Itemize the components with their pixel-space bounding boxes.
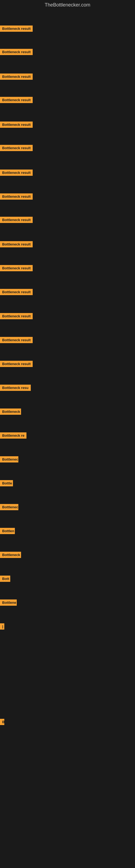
bottleneck-result-item: Bottlenec: [0, 504, 18, 511]
bottleneck-badge: |: [0, 623, 4, 629]
bottleneck-result-item: Bottleneck result: [0, 26, 33, 33]
bottleneck-result-item: B: [0, 719, 4, 726]
bottleneck-result-item: Bottleneck result: [0, 97, 33, 104]
bottleneck-result-item: Bottleneck result: [0, 241, 33, 248]
bottleneck-result-item: Bottlenec: [0, 456, 18, 464]
bottleneck-badge: Bottlen: [0, 528, 15, 534]
bottleneck-result-item: Bottleneck result: [0, 49, 33, 56]
bottleneck-result-item: Bottleneck re: [0, 432, 27, 440]
bottleneck-badge: Bottleneck result: [0, 265, 33, 271]
bottleneck-badge: Bottleneck result: [0, 145, 33, 151]
bottleneck-badge: Bottlenec: [0, 504, 18, 510]
bottleneck-result-item: Bottleneck result: [0, 337, 33, 344]
bottleneck-badge: Bottleneck result: [0, 217, 33, 223]
bottleneck-result-item: Bottleneck result: [0, 313, 33, 320]
bottleneck-result-item: Bottleneck result: [0, 73, 33, 81]
bottleneck-result-item: Bottleneck: [0, 552, 21, 559]
bottleneck-result-item: Bottle: [0, 480, 13, 488]
bottleneck-badge: Bottleneck result: [0, 122, 33, 128]
bottleneck-result-item: Bott: [0, 576, 10, 583]
bottleneck-result-item: Bottleneck: [0, 408, 21, 416]
bottleneck-result-item: Bottleneck result: [0, 217, 33, 224]
bottleneck-badge: Bottlene: [0, 599, 17, 606]
bottleneck-badge: Bottlenec: [0, 456, 18, 463]
bottleneck-result-item: Bottleneck result: [0, 145, 33, 152]
bottleneck-badge: Bottleneck result: [0, 49, 33, 55]
bottleneck-result-item: Bottleneck result: [0, 289, 33, 296]
bottleneck-result-item: Bottleneck result: [0, 361, 33, 368]
bottleneck-result-item: Bottleneck resu: [0, 384, 31, 392]
bottleneck-result-item: Bottleneck result: [0, 193, 33, 201]
bottleneck-badge: Bottleneck re: [0, 432, 27, 439]
bottleneck-badge: Bottleneck result: [0, 337, 33, 343]
bottleneck-badge: Bottleneck result: [0, 289, 33, 295]
bottleneck-badge: Bottleneck result: [0, 241, 33, 247]
bottleneck-badge: Bottleneck result: [0, 169, 33, 176]
bottleneck-badge: Bott: [0, 576, 10, 582]
bottleneck-badge: Bottleneck result: [0, 193, 33, 199]
bottleneck-result-item: Bottleneck result: [0, 169, 33, 177]
bottleneck-badge: Bottleneck: [0, 408, 21, 415]
bottleneck-badge: Bottleneck resu: [0, 384, 31, 391]
bottleneck-badge: Bottleneck result: [0, 313, 33, 319]
bottleneck-badge: Bottleneck: [0, 552, 21, 558]
bottleneck-badge: Bottle: [0, 480, 13, 486]
bottleneck-badge: Bottleneck result: [0, 73, 33, 80]
bottleneck-badge: Bottleneck result: [0, 26, 33, 32]
bottleneck-badge: Bottleneck result: [0, 361, 33, 367]
bottleneck-result-item: |: [0, 623, 4, 631]
bottleneck-result-item: Bottlene: [0, 599, 17, 607]
bottleneck-badge: Bottleneck result: [0, 97, 33, 103]
site-title: TheBottlenecker.com: [0, 0, 135, 10]
bottleneck-result-item: Bottlen: [0, 528, 15, 535]
bottleneck-result-item: Bottleneck result: [0, 122, 33, 129]
bottleneck-result-item: Bottleneck result: [0, 265, 33, 272]
bottleneck-badge: B: [0, 719, 4, 725]
